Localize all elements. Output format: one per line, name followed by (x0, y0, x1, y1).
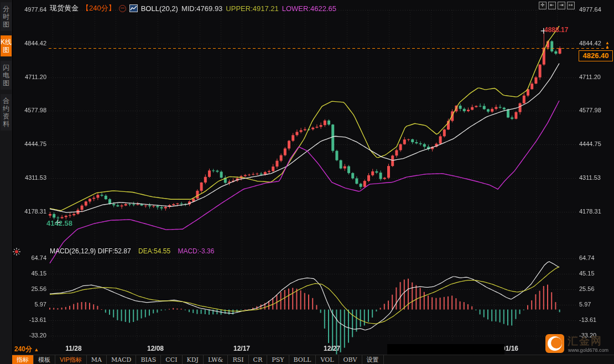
hot-indicator-icon[interactable] (13, 248, 20, 256)
chart-type-sidebar: 分时图 K线图 闪电图 合约资料 (0, 0, 13, 364)
bottom-timeframe-label[interactable]: 240分 ▲ (14, 345, 39, 354)
price-axis-label-left: -33.20 (19, 332, 46, 339)
price-axis-label-left: 25.56 (19, 285, 46, 292)
price-axis-label-left: 4444.75 (19, 141, 46, 147)
tab-bias[interactable]: BIAS (136, 355, 161, 364)
tab-cci[interactable]: CCI (161, 355, 182, 364)
price-up-arrows-icon: ▲▲ (605, 41, 610, 49)
symbol-name: 现货黄金 (50, 3, 79, 13)
zoom-in-horizontal-icon[interactable]: ⇥ (558, 2, 565, 9)
price-axis-label-right: 64.74 (579, 254, 612, 261)
date-axis-label: 11/28 (65, 345, 81, 352)
price-axis-label-right: 25.56 (579, 285, 612, 292)
boll-mid-value: MID:4769.93 (181, 4, 222, 13)
price-axis-label-right: 4977.64 (579, 6, 612, 13)
tab-rsi[interactable]: RSI (228, 355, 248, 364)
tab-kdj[interactable]: KDJ (183, 355, 204, 364)
indicator-chart-icon[interactable] (129, 4, 138, 12)
current-price-tag: 4826.40 (579, 50, 613, 61)
price-axis-label-right: -13.61 (579, 316, 612, 323)
timeframe-label: 【240分】 (82, 3, 116, 13)
date-axis-label: 12/17 (233, 345, 250, 352)
tab-settings[interactable]: 设置 (362, 355, 384, 364)
logo-name: 汇金网 (568, 334, 602, 349)
price-axis-label-right: 4444.75 (579, 141, 612, 147)
chart-tools: ✛ ⇤ ⇥ ↦ (539, 2, 575, 9)
price-axis-label-left: 45.15 (19, 270, 46, 277)
price-axis-label-left: 64.74 (19, 254, 46, 261)
boll-lower-value: LOWER:4622.65 (282, 4, 336, 13)
tab-macd[interactable]: MACD (107, 355, 136, 364)
macd-params-diff: MACD(26,12,9) DIFF:52.87 (50, 247, 131, 255)
tab-indicator[interactable]: 指标 (12, 355, 34, 364)
price-axis-label-right: 4577.98 (579, 107, 612, 113)
tab-vol[interactable]: VOL (316, 355, 339, 364)
tab-ma[interactable]: MA (87, 355, 107, 364)
price-axis-label-right: 5.97 (579, 301, 612, 308)
chart-header: 现货黄金 【240分】 BOLL(20,2) MID:4769.93 UPPER… (50, 4, 336, 13)
tab-cr[interactable]: CR (249, 355, 268, 364)
price-axis-label-left: 4977.64 (19, 6, 46, 13)
trading-app-window: 分时图 K线图 闪电图 合约资料 现货黄金 【240分】 BOLL(20,2) … (0, 0, 614, 364)
tab-template[interactable]: 模板 (34, 355, 55, 364)
pan-right-icon[interactable]: ↦ (567, 2, 575, 9)
indicator-toolbar: 指标 模板 VIP指标 MA MACD BIAS CCI KDJ LW& RSI… (12, 355, 614, 364)
macd-header: MACD(26,12,9) DIFF:52.87 DEA:54.55 MACD:… (50, 247, 214, 255)
macd-value: MACD:-3.36 (178, 247, 214, 255)
session-high-label: 4888.17 (544, 26, 568, 34)
session-low-label: 4142.58 (46, 219, 72, 227)
sidebar-item-contract-info[interactable]: 合约资料 (1, 94, 12, 131)
tab-boll[interactable]: BOLL (289, 355, 316, 364)
tab-lw[interactable]: LW& (204, 355, 228, 364)
price-axis-label-left: 4311.53 (19, 174, 46, 181)
date-axis-label: 12/27 (324, 345, 340, 352)
blackout-overlay (387, 344, 504, 356)
sidebar-item-time-chart[interactable]: 分时图 (1, 2, 12, 31)
sidebar-item-kline-chart[interactable]: K线图 (1, 35, 12, 56)
boll-params: BOLL(20,2) (141, 4, 178, 13)
price-axis-label-right: 4178.31 (579, 208, 612, 215)
sidebar-item-lightning-chart[interactable]: 闪电图 (1, 61, 12, 90)
price-axis-label-left: -13.61 (19, 316, 46, 323)
price-axis-label-left: 4577.98 (19, 107, 46, 113)
price-axis-label-right: 45.15 (579, 270, 612, 277)
date-axis-label: 12/08 (147, 345, 164, 352)
tab-vip-indicator[interactable]: VIP指标 (55, 355, 87, 364)
price-axis-label-left: 5.97 (19, 301, 46, 308)
price-axis-label-right: 4311.53 (579, 174, 612, 181)
main-chart-canvas[interactable] (0, 0, 614, 364)
tab-obv[interactable]: OBV (339, 355, 362, 364)
zoom-out-horizontal-icon[interactable]: ⇤ (548, 2, 556, 9)
price-axis-label-right: 4711.20 (579, 74, 612, 80)
price-axis-label-left: 4711.20 (19, 74, 46, 80)
crosshair-tool-icon[interactable]: ✛ (539, 2, 547, 9)
site-logo: 汇金网 www.gold678.com (545, 333, 612, 355)
collapse-icon[interactable] (119, 5, 126, 12)
tab-psy[interactable]: PSY (267, 355, 289, 364)
boll-upper-value: UPPER:4917.21 (226, 4, 278, 13)
logo-icon (545, 334, 564, 353)
price-axis-label-left: 4178.31 (19, 208, 46, 215)
price-axis-label-left: 4844.42 (19, 40, 46, 46)
logo-url: www.gold678.com (568, 347, 608, 353)
macd-dea-value: DEA:54.55 (138, 247, 170, 255)
